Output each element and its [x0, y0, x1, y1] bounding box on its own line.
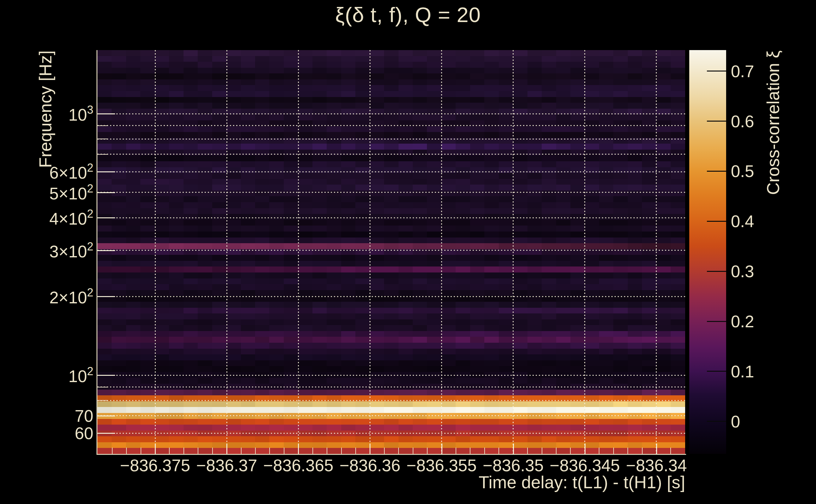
heatmap-cell	[628, 272, 642, 278]
heatmap-cell	[169, 185, 183, 191]
heatmap-cell	[542, 150, 556, 156]
heatmap-cell	[255, 390, 269, 396]
heatmap-cell	[370, 150, 384, 156]
heatmap-cell	[241, 144, 255, 150]
heatmap-cell	[126, 91, 140, 97]
heatmap-cell	[584, 185, 599, 191]
heatmap-cell	[370, 278, 384, 284]
heatmap-cell	[126, 308, 140, 314]
heatmap-cell	[327, 378, 341, 384]
heatmap-cell	[284, 284, 298, 290]
heatmap-cell	[112, 161, 126, 167]
heatmap-cell	[456, 390, 470, 396]
heatmap-cell	[613, 56, 628, 62]
heatmap-row	[97, 232, 685, 238]
heatmap-cell	[470, 68, 484, 74]
heatmap-cell	[227, 226, 241, 232]
heatmap-cell	[613, 179, 628, 185]
heatmap-cell	[112, 126, 126, 132]
heatmap-cell	[542, 436, 556, 442]
heatmap-cell	[484, 401, 498, 407]
heatmap-cell	[155, 62, 169, 68]
heatmap-cell	[542, 308, 556, 314]
heatmap-cell	[169, 308, 183, 314]
heatmap-cell	[570, 366, 584, 372]
heatmap-cell	[284, 366, 298, 372]
heatmap-cell	[657, 448, 671, 454]
heatmap-cell	[97, 56, 112, 62]
heatmap-cell	[599, 255, 613, 261]
heatmap-cell	[613, 266, 628, 272]
heatmap-cell	[255, 191, 269, 197]
heatmap-cell	[169, 407, 183, 413]
heatmap-cell	[355, 243, 370, 249]
heatmap-cell	[183, 103, 198, 109]
heatmap-cell	[399, 313, 413, 319]
x-minor-tick	[313, 448, 313, 454]
heatmap-cell	[97, 126, 112, 132]
x-minor-tick	[255, 448, 256, 454]
y-tick-label: 3×102	[49, 240, 93, 261]
heatmap-cell	[183, 407, 198, 413]
heatmap-cell	[155, 202, 169, 208]
heatmap-cell	[584, 68, 599, 74]
heatmap-cell	[298, 167, 312, 173]
heatmap-cell	[155, 266, 169, 272]
heatmap-cell	[527, 448, 542, 454]
heatmap-cell	[657, 173, 671, 179]
heatmap-cell	[241, 226, 255, 232]
heatmap-cell	[570, 150, 584, 156]
heatmap-cell	[298, 232, 312, 238]
heatmap-cell	[671, 407, 685, 413]
heatmap-cell	[298, 243, 312, 249]
heatmap-cell	[527, 91, 542, 97]
heatmap-cell	[527, 173, 542, 179]
heatmap-cell	[97, 366, 112, 372]
heatmap-cell	[198, 185, 212, 191]
heatmap-cell	[470, 407, 484, 413]
x-minor-tick	[427, 448, 428, 454]
heatmap-cell	[198, 73, 212, 79]
heatmap-cell	[313, 313, 327, 319]
heatmap-cell	[456, 167, 470, 173]
heatmap-cell	[441, 50, 456, 56]
heatmap-cell	[642, 360, 656, 366]
heatmap-cell	[513, 343, 527, 349]
heatmap-cell	[642, 126, 656, 132]
heatmap-cell	[126, 144, 140, 150]
heatmap-cell	[327, 284, 341, 290]
heatmap-cell	[313, 68, 327, 74]
heatmap-cell	[370, 354, 384, 360]
heatmap-cell	[671, 196, 685, 202]
heatmap-cell	[269, 196, 284, 202]
heatmap-cell	[140, 91, 154, 97]
heatmap-cell	[441, 150, 456, 156]
heatmap-cell	[556, 261, 570, 267]
heatmap-cell	[413, 319, 427, 325]
heatmap-cell	[513, 261, 527, 267]
heatmap-cell	[327, 226, 341, 232]
heatmap-cell	[427, 390, 441, 396]
heatmap-cell	[97, 79, 112, 85]
heatmap-cell	[657, 126, 671, 132]
heatmap-cell	[470, 448, 484, 454]
heatmap-cell	[140, 390, 154, 396]
heatmap-cell	[227, 436, 241, 442]
heatmap-cell	[355, 167, 370, 173]
heatmap-cell	[456, 56, 470, 62]
heatmap-cell	[227, 243, 241, 249]
heatmap-cell	[384, 290, 398, 296]
heatmap-cell	[671, 243, 685, 249]
heatmap-cell	[198, 196, 212, 202]
heatmap-cell	[470, 56, 484, 62]
heatmap-cell	[556, 278, 570, 284]
x-minor-tick	[498, 448, 499, 454]
heatmap-cell	[484, 290, 498, 296]
heatmap-cell	[155, 132, 169, 138]
heatmap-cell	[255, 308, 269, 314]
heatmap-cell	[169, 284, 183, 290]
heatmap-cell	[499, 243, 513, 249]
heatmap-cell	[527, 419, 542, 425]
heatmap-cell	[169, 179, 183, 185]
heatmap-cell	[370, 349, 384, 355]
